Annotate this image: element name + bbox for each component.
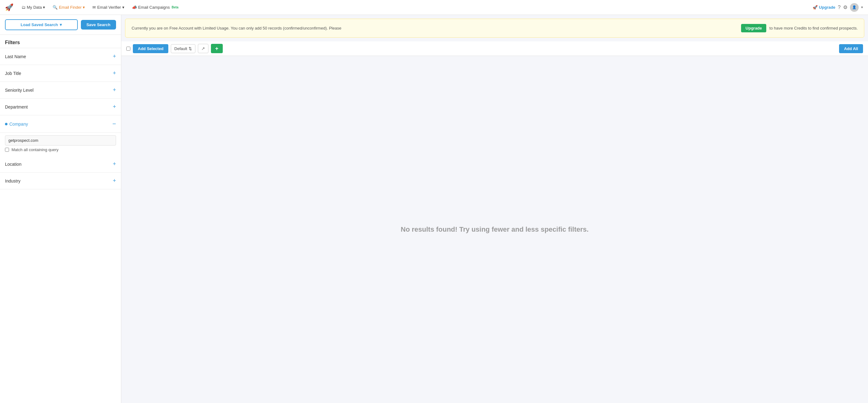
company-active-dot bbox=[5, 123, 7, 125]
upgrade-rocket-icon: 🚀 bbox=[813, 5, 817, 10]
email-campaigns-icon: 📣 bbox=[132, 5, 137, 10]
filter-company-label: Company bbox=[5, 122, 28, 127]
company-filter-expanded: Match all containing query bbox=[0, 133, 121, 156]
default-sort-button[interactable]: Default ⇅ bbox=[171, 44, 195, 53]
main-content: Currently you are on Free Account with L… bbox=[121, 15, 868, 403]
filters-title: Filters bbox=[0, 35, 121, 48]
filter-last-name[interactable]: Last Name + bbox=[0, 48, 121, 65]
filter-department-label: Department bbox=[5, 104, 28, 109]
filter-industry[interactable]: Industry + bbox=[0, 173, 121, 189]
upgrade-nav-button[interactable]: 🚀 Upgrade bbox=[813, 5, 835, 10]
nav-email-verifier[interactable]: ✉ Email Verifier ▾ bbox=[89, 3, 128, 11]
load-saved-dropdown-icon: ▾ bbox=[60, 22, 62, 27]
top-navigation: 🚀 🗂 My Data ▾ 🔍 Email Finder ▾ ✉ Email V… bbox=[0, 0, 868, 15]
results-toolbar: Add Selected Default ⇅ ↗ + Add All bbox=[121, 41, 868, 56]
nav-email-campaigns[interactable]: 📣 Email Campaigns Beta bbox=[129, 3, 182, 11]
match-all-checkbox[interactable] bbox=[5, 148, 9, 152]
add-all-button[interactable]: Add All bbox=[839, 44, 863, 53]
beta-badge: Beta bbox=[172, 6, 179, 9]
filter-location-expand-icon: + bbox=[113, 161, 116, 167]
sidebar: Load Saved Search ▾ Save Search Filters … bbox=[0, 15, 121, 403]
save-search-button[interactable]: Save Search bbox=[81, 20, 116, 30]
upgrade-banner-button[interactable]: Upgrade bbox=[741, 24, 766, 32]
default-sort-label: Default bbox=[174, 46, 187, 51]
select-all-checkbox[interactable] bbox=[126, 47, 130, 51]
email-verifier-dropdown-icon: ▾ bbox=[122, 5, 124, 10]
filter-department-expand-icon: + bbox=[113, 104, 116, 110]
sort-arrows-icon: ⇅ bbox=[189, 46, 192, 51]
user-avatar[interactable]: 👤 bbox=[850, 3, 859, 12]
load-saved-label: Load Saved Search bbox=[21, 22, 58, 27]
filter-seniority-label: Seniority Level bbox=[5, 88, 34, 93]
add-selected-button[interactable]: Add Selected bbox=[133, 44, 168, 53]
filter-department[interactable]: Department + bbox=[0, 99, 121, 115]
email-verifier-icon: ✉ bbox=[92, 5, 96, 10]
no-results-text: No results found! Try using fewer and le… bbox=[401, 226, 589, 234]
banner-text: Currently you are on Free Account with L… bbox=[132, 26, 739, 31]
filter-location[interactable]: Location + bbox=[0, 156, 121, 173]
email-finder-icon: 🔍 bbox=[53, 5, 58, 10]
external-link-button[interactable]: ↗ bbox=[198, 44, 209, 53]
nav-email-finder[interactable]: 🔍 Email Finder ▾ bbox=[50, 3, 88, 11]
filter-job-title-label: Job Title bbox=[5, 71, 21, 76]
filter-seniority-expand-icon: + bbox=[113, 87, 116, 93]
email-verifier-label: Email Verifier bbox=[97, 5, 121, 10]
load-saved-search-button[interactable]: Load Saved Search ▾ bbox=[5, 19, 78, 30]
help-icon[interactable]: ? bbox=[838, 5, 841, 10]
settings-icon[interactable]: ⚙ bbox=[843, 4, 847, 10]
banner-suffix: to have more Credits to find confirmed p… bbox=[769, 26, 858, 31]
email-campaigns-label: Email Campaigns bbox=[138, 5, 170, 10]
nav-my-data[interactable]: 🗂 My Data ▾ bbox=[18, 3, 48, 11]
my-data-label: My Data bbox=[27, 5, 42, 10]
match-all-row: Match all containing query bbox=[5, 145, 116, 152]
email-finder-label: Email Finder bbox=[59, 5, 82, 10]
my-data-icon: 🗂 bbox=[22, 5, 26, 10]
logo-icon: 🚀 bbox=[5, 3, 13, 11]
filter-seniority-level[interactable]: Seniority Level + bbox=[0, 82, 121, 99]
company-domain-input[interactable] bbox=[5, 135, 116, 145]
match-all-label: Match all containing query bbox=[11, 147, 59, 152]
sidebar-header: Load Saved Search ▾ Save Search bbox=[0, 15, 121, 35]
my-data-dropdown-icon: ▾ bbox=[43, 5, 45, 10]
upgrade-nav-label: Upgrade bbox=[819, 5, 835, 10]
no-results-message: No results found! Try using fewer and le… bbox=[121, 56, 868, 403]
filter-last-name-label: Last Name bbox=[5, 54, 26, 59]
filter-industry-label: Industry bbox=[5, 178, 21, 183]
account-dropdown-icon[interactable]: ▾ bbox=[861, 5, 863, 9]
filter-company-collapse-icon: − bbox=[112, 120, 116, 128]
filter-last-name-expand-icon: + bbox=[113, 53, 116, 60]
filter-industry-expand-icon: + bbox=[113, 177, 116, 184]
add-plus-button[interactable]: + bbox=[211, 44, 223, 53]
filter-job-title-expand-icon: + bbox=[113, 70, 116, 76]
filter-company[interactable]: Company − bbox=[0, 115, 121, 133]
save-search-label: Save Search bbox=[87, 22, 111, 27]
email-finder-dropdown-icon: ▾ bbox=[83, 5, 85, 10]
filter-job-title[interactable]: Job Title + bbox=[0, 65, 121, 82]
upgrade-banner: Currently you are on Free Account with L… bbox=[125, 19, 864, 38]
filter-location-label: Location bbox=[5, 162, 22, 167]
